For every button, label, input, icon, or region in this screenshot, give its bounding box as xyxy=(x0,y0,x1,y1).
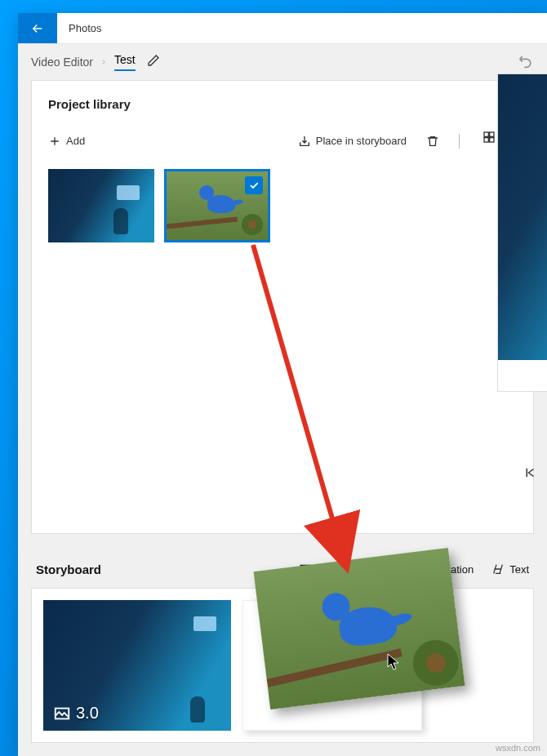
svg-rect-3 xyxy=(490,138,494,142)
storyboard-title: Storyboard xyxy=(36,563,281,576)
library-toolbar: Add Place in storyboard xyxy=(48,131,517,151)
app-title: Photos xyxy=(57,22,101,34)
project-library-panel: Project library Add Place in storyboard xyxy=(31,80,534,534)
selected-checkmark-icon xyxy=(245,176,263,194)
place-in-storyboard-button[interactable]: Place in storyboard xyxy=(298,135,407,148)
breadcrumb-current[interactable]: Test xyxy=(114,53,136,71)
library-item-2-selected[interactable] xyxy=(164,169,270,242)
delete-button[interactable] xyxy=(426,135,439,148)
svg-rect-0 xyxy=(484,132,488,136)
library-item-1[interactable] xyxy=(48,169,154,242)
place-label: Place in storyboard xyxy=(316,135,407,147)
preview-pane xyxy=(497,73,547,392)
clip-duration-value: 3.0 xyxy=(76,704,99,723)
titlebar: Photos xyxy=(18,13,547,44)
drag-ghost-image[interactable] xyxy=(254,548,465,709)
rename-button[interactable] xyxy=(147,54,160,70)
grid-large-button[interactable] xyxy=(483,131,496,151)
preview-previous-button[interactable] xyxy=(523,465,537,483)
place-icon xyxy=(298,135,311,148)
svg-rect-2 xyxy=(484,138,488,142)
back-arrow-icon xyxy=(30,21,45,36)
text-icon xyxy=(491,563,505,576)
plus-icon xyxy=(48,135,61,148)
breadcrumb: Video Editor Test xyxy=(18,44,547,80)
chevron-right-icon xyxy=(100,55,108,69)
pencil-icon xyxy=(147,54,160,67)
undo-icon xyxy=(518,52,534,69)
add-label: Add xyxy=(66,135,85,147)
add-button[interactable]: Add xyxy=(48,135,85,148)
text-button[interactable]: Text xyxy=(491,563,529,576)
breadcrumb-root[interactable]: Video Editor xyxy=(31,56,93,69)
svg-rect-1 xyxy=(490,132,494,136)
toolbar-divider xyxy=(459,134,460,149)
trash-icon xyxy=(426,135,439,148)
clip-duration-badge: 3.0 xyxy=(53,704,99,723)
storyboard-clip-1[interactable]: 3.0 xyxy=(43,600,231,731)
library-title: Project library xyxy=(48,97,517,111)
library-thumbnails xyxy=(48,169,517,242)
mouse-cursor-icon xyxy=(387,653,400,674)
step-back-icon xyxy=(523,465,537,480)
text-label: Text xyxy=(509,563,529,576)
watermark: wsxdn.com xyxy=(496,743,540,753)
undo-button[interactable] xyxy=(518,52,534,72)
back-button[interactable] xyxy=(18,13,57,43)
image-icon xyxy=(53,705,71,723)
grid-2x2-icon xyxy=(483,131,496,144)
